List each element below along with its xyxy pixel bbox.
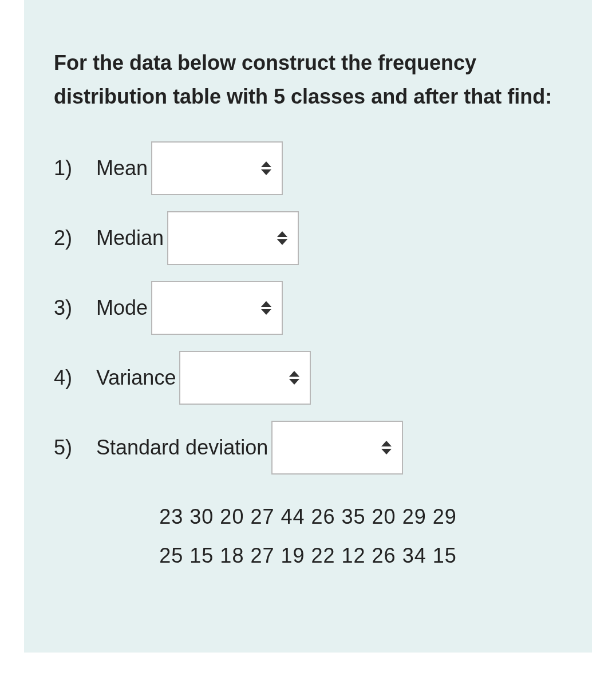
data-line-1: 23 30 20 27 44 26 35 20 29 29 [54,497,562,536]
svg-marker-1 [261,169,271,175]
stepper-icon [381,441,392,454]
standard-deviation-dropdown[interactable] [271,421,403,475]
data-line-2: 25 15 18 27 19 22 12 26 34 15 [54,536,562,575]
question-container: For the data below construct the frequen… [24,0,592,653]
svg-marker-9 [381,449,392,454]
item-row-mean: 1) Mean [54,141,562,195]
stepper-icon [277,231,287,245]
svg-marker-3 [277,239,287,245]
item-row-variance: 4) Variance [54,351,562,405]
item-label: Mode [96,296,148,320]
item-row-standard-deviation: 5) Standard deviation [54,421,562,475]
item-row-mode: 3) Mode [54,281,562,335]
item-label: Variance [96,366,176,390]
svg-marker-8 [381,441,392,446]
mode-dropdown[interactable] [151,281,283,335]
svg-marker-2 [277,231,287,237]
svg-marker-7 [289,379,299,385]
svg-marker-0 [261,161,271,167]
svg-marker-4 [261,301,271,307]
item-number: 3) [54,296,80,320]
item-number: 2) [54,226,80,250]
stepper-icon [289,371,299,385]
item-label: Mean [96,156,148,180]
median-dropdown[interactable] [167,211,299,265]
data-block: 23 30 20 27 44 26 35 20 29 29 25 15 18 2… [54,497,562,576]
item-number: 1) [54,156,80,180]
svg-marker-5 [261,309,271,315]
item-number: 5) [54,436,80,460]
item-label: Median [96,226,164,250]
stepper-icon [261,301,271,315]
question-prompt: For the data below construct the frequen… [54,46,562,114]
svg-marker-6 [289,371,299,377]
mean-dropdown[interactable] [151,141,283,195]
variance-dropdown[interactable] [179,351,311,405]
item-label: Standard deviation [96,436,268,460]
item-number: 4) [54,366,80,390]
item-row-median: 2) Median [54,211,562,265]
stepper-icon [261,161,271,175]
